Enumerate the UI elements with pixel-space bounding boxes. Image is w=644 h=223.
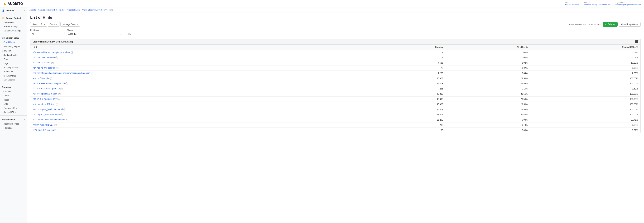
breadcrumb-account[interactable]: matthias.petri@4eck-media.de: [38, 9, 64, 11]
related-urls-pct-cell: 0.21%: [530, 128, 640, 133]
sidebar-crawl-info-header[interactable]: Crawl Info ▾: [0, 48, 26, 53]
hint-link[interactable]: <a> linking relative to base: [33, 92, 58, 95]
sidebar-item-edit-settings[interactable]: Edit Settings: [0, 78, 26, 82]
counter-cell: 283: [378, 122, 446, 128]
header-right: Project Project tutkit.com Account matth…: [564, 2, 641, 6]
sidebar-item-url-rewrites[interactable]: URL Rewrites: [0, 74, 26, 78]
sidebar-group-project-header[interactable]: 📁Current Project ▾: [0, 16, 26, 20]
sidebar-item-file-sizes[interactable]: File Sizes: [0, 126, 26, 130]
search-urls-button[interactable]: Search URLs: [30, 22, 47, 26]
sidebar-item-robots-txt[interactable]: Robots.txt: [0, 70, 26, 74]
sidebar-item-similar-urls[interactable]: Similar URLs: [0, 110, 26, 114]
hint-cell: <a> href attribute has leading or traili…: [30, 71, 378, 76]
col-hint: Hint: [30, 44, 378, 50]
manage-crawl-button[interactable]: Manage Crawl ▾: [60, 22, 80, 26]
sidebar-item-logs[interactable]: Logs: [0, 61, 26, 66]
all-urls-pct-cell: 0.02%: [446, 66, 530, 71]
breadcrumb-project[interactable]: Project tutkit.com: [66, 9, 80, 11]
main-content: Audisto › matthias.petri@4eck-media.de ›…: [27, 8, 644, 223]
table-row: <a> target=_blank to external?45,30329.5…: [30, 112, 640, 117]
hint-link[interactable]: <a> links to fragment only: [33, 98, 56, 100]
current-crawl-label: Current Crawl: [6, 37, 19, 39]
filter-button[interactable]: Filter: [124, 32, 134, 36]
sidebar-group-current-project: 📁Current Project ▾ Dashboard Project Set…: [0, 15, 26, 33]
hint-link[interactable]: <a> more than 100 links: [33, 103, 55, 105]
current-project-label: Current Project: [6, 17, 21, 19]
hint-link[interactable]: <a> target=_blank to external: [33, 113, 60, 116]
sidebar-item-starting-points[interactable]: Starting Points: [0, 53, 26, 57]
hints-table-body: <*> has malformed or empty src attribute…: [30, 50, 640, 133]
hint-link[interactable]: <a> link uses mailto: protocol: [33, 88, 60, 90]
sidebar-item-response-times[interactable]: Response Times: [0, 122, 26, 126]
cluster-select-wrapper: All URLs: [67, 32, 122, 36]
breadcrumb-audisto[interactable]: Audisto: [30, 9, 36, 11]
sidebar-group-performance-header[interactable]: Performance ▾: [0, 117, 26, 122]
hint-link[interactable]: <h1> and <h2> not found: [33, 129, 56, 131]
hint-help-icon: ?: [66, 82, 68, 85]
sidebar-item-external-urls[interactable]: External URLs: [0, 106, 26, 110]
hint-link[interactable]: <form> method is GET: [33, 124, 54, 126]
sidebar-item-hosts[interactable]: Hosts: [0, 98, 26, 102]
col-all-urls-pct: All URLs %: [446, 44, 530, 50]
all-urls-pct-cell: 0.00%: [446, 50, 530, 55]
sidebar-item-project-settings[interactable]: Project Settings: [0, 24, 26, 29]
sidebar-group-current-crawl: 🔄Current Crawl ▾ Crawl Report Monitoring…: [0, 35, 26, 82]
hint-link[interactable]: <a> link uses an unknown protocol: [33, 82, 65, 85]
hint-group-select[interactable]: All: [30, 32, 65, 36]
all-urls-pct-cell: 9.98%: [446, 117, 530, 122]
table-export-icon[interactable]: ⬛: [635, 40, 638, 43]
sidebar-item-scheduler-settings[interactable]: Scheduler Settings: [0, 29, 26, 33]
crawl-properties-button[interactable]: Crawl Properties ▾: [619, 22, 640, 26]
hint-link[interactable]: <a> href is empty: [33, 77, 49, 80]
hint-link[interactable]: <a> has no href attribute: [33, 67, 56, 69]
chevron-down-icon-5: ▾: [24, 86, 24, 88]
hint-link[interactable]: <a> has no content: [33, 62, 50, 64]
hint-help-icon: ?: [56, 103, 58, 106]
hint-help-icon: ?: [66, 119, 68, 121]
hint-cell: <a> target=_blank to same domain?: [30, 117, 378, 122]
person-icon: 👤: [2, 10, 5, 12]
all-urls-pct-cell: 3.02%: [446, 60, 530, 66]
sidebar-item-clusters[interactable]: Clusters: [0, 90, 26, 94]
all-urls-pct-cell: 0.06%: [446, 128, 530, 133]
sidebar-group-structure-header[interactable]: Structure ▾: [0, 85, 26, 90]
counter-cell: 45,303: [378, 81, 446, 86]
hint-link[interactable]: <a> no target=_blank to external: [33, 108, 63, 110]
table-row: <a> links to fragment only?45,30329.56%1…: [30, 96, 640, 102]
cluster-select[interactable]: All URLs: [67, 32, 122, 36]
hint-link[interactable]: <a> target=_blank to same domain: [33, 118, 65, 121]
table-row: <form> method is GET?2830.18%0.62%: [30, 122, 640, 128]
sidebar-group-account: 👤Account ▾: [0, 8, 26, 13]
hint-help-icon: ?: [54, 124, 57, 126]
signed-in-link[interactable]: matthias.petri@4eck-media.de: [616, 4, 641, 6]
breadcrumb-crawl[interactable]: Crawl https://www.tutkit.com/: [82, 9, 106, 11]
sidebar-group-crawl-header[interactable]: 🔄Current Crawl ▾: [0, 36, 26, 40]
sidebar-item-dashboard[interactable]: Dashboard: [0, 20, 26, 24]
sidebar-item-errors[interactable]: Errors: [0, 57, 26, 61]
table-row: <a> has no href attribute?260.02%0.06%: [30, 66, 640, 71]
sidebar-item-scripting-issues[interactable]: Scripting Issues: [0, 66, 26, 70]
sidebar-item-crawl-report[interactable]: Crawl Report: [0, 40, 26, 44]
sidebar-group-account-header[interactable]: 👤Account ▾: [0, 8, 26, 13]
recrawl-button[interactable]: Recrawl: [48, 22, 60, 26]
toolbar-left: Search URLs Recrawl Manage Crawl ▾: [30, 22, 80, 26]
finished-button[interactable]: ✓ Finished: [603, 22, 618, 26]
counter-cell: 15,290: [378, 117, 446, 122]
related-urls-pct-cell: 10.23%: [530, 60, 640, 66]
table-row: <a> href is empty?45,30329.56%100.00%: [30, 76, 640, 81]
hint-help-icon: ?: [57, 129, 59, 132]
sidebar-item-links[interactable]: Links: [0, 102, 26, 106]
project-link[interactable]: Project tutkit.com: [564, 4, 578, 6]
chevron-down-icon-6: ▾: [24, 119, 24, 120]
sidebar-item-monitoring-report[interactable]: Monitoring Report: [0, 44, 26, 48]
hint-link[interactable]: <a> href attribute has leading or traili…: [33, 72, 90, 74]
account-link[interactable]: matthias.petri@4eck-media.de: [584, 4, 610, 6]
crawl-props-dropdown-icon: ▾: [637, 23, 638, 26]
hint-link[interactable]: <*> has malformed or empty src attribute: [33, 51, 70, 54]
logo-text: AUDISTO: [8, 2, 23, 6]
logo[interactable]: ▲ AUDISTO: [3, 2, 23, 6]
sidebar-item-levels[interactable]: Levels: [0, 94, 26, 98]
sidebar-group-performance: Performance ▾ Response Times File Sizes: [0, 116, 26, 130]
signed-in-info: Signed in as matthias.petri@4eck-media.d…: [616, 2, 641, 6]
hint-link[interactable]: <a> has malformed href: [33, 56, 55, 59]
